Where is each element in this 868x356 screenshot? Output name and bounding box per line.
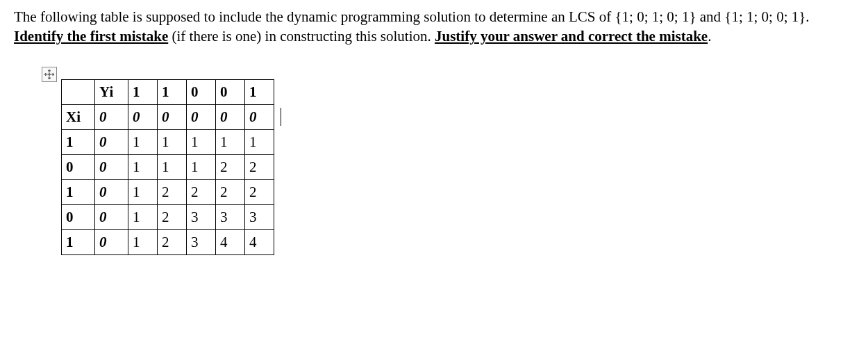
cell-4-1: 1 [128,204,158,229]
cell-2-5: 2 [245,154,274,179]
x-label-2: 1 [62,179,95,204]
cell-2-1: 1 [128,154,158,179]
cell-3-1: 1 [128,179,158,204]
problem-part3: . [708,28,711,44]
problem-part1: The following table is supposed to inclu… [14,8,810,25]
cell-3-2: 2 [158,179,187,204]
cell-1-5: 1 [245,129,274,154]
cell-3-5: 2 [245,179,274,204]
y-header-row: Yi 1 1 0 0 1 [62,79,274,104]
cell-2-3: 1 [187,154,216,179]
cell-1-2: 1 [158,129,187,154]
cell-0-0: 0 [95,104,128,129]
x-label-4: 1 [62,229,95,254]
problem-emph1: Identify the first mistake [14,28,168,44]
cell-3-4: 2 [216,179,245,204]
problem-part2: (if there is one) in constructing this s… [168,28,435,44]
cell-2-0: 0 [95,154,128,179]
cell-3-0: 0 [95,179,128,204]
cell-4-5: 3 [245,204,274,229]
cell-4-2: 2 [158,204,187,229]
x-label-1: 0 [62,154,95,179]
cell-5-5: 4 [245,229,274,254]
xi-label: Xi [62,104,95,129]
cell-4-3: 3 [187,204,216,229]
text-cursor-icon [278,107,281,126]
cell-1-4: 1 [216,129,245,154]
cell-0-2: 0 [158,104,187,129]
lcs-dp-table: Yi 1 1 0 0 1 Xi 0 0 0 0 0 0 1 0 1 1 [61,79,274,255]
y-header-3: 0 [216,79,245,104]
table-row: 1 0 1 2 3 4 4 [62,229,274,254]
cell-1-3: 1 [187,129,216,154]
y-header-1: 1 [158,79,187,104]
cell-5-3: 3 [187,229,216,254]
y-header-2: 0 [187,79,216,104]
cell-3-3: 2 [187,179,216,204]
cell-2-4: 2 [216,154,245,179]
problem-statement: The following table is supposed to inclu… [14,7,854,47]
cell-1-0: 0 [95,129,128,154]
y-header-4: 1 [245,79,274,104]
cell-0-3: 0 [187,104,216,129]
yi-label: Yi [95,79,128,104]
y-header-0: 1 [128,79,158,104]
table-row: 1 0 1 1 1 1 1 [62,129,274,154]
cell-0-1: 0 [128,104,158,129]
cell-4-4: 3 [216,204,245,229]
x-label-0: 1 [62,129,95,154]
table-row: 1 0 1 2 2 2 2 [62,179,274,204]
xi-base-row: Xi 0 0 0 0 0 0 [62,104,274,129]
cell-0-5: 0 [245,104,274,129]
corner-cell [62,79,95,104]
table-row: 0 0 1 1 1 2 2 [62,154,274,179]
cell-1-1: 1 [128,129,158,154]
cell-5-4: 4 [216,229,245,254]
cell-5-1: 1 [128,229,158,254]
cell-2-2: 1 [158,154,187,179]
cell-5-2: 2 [158,229,187,254]
cell-0-4: 0 [216,104,245,129]
table-container: Yi 1 1 0 0 1 Xi 0 0 0 0 0 0 1 0 1 1 [42,71,854,255]
x-label-3: 0 [62,204,95,229]
table-row: 0 0 1 2 3 3 3 [62,204,274,229]
cell-5-0: 0 [95,229,128,254]
problem-emph2: Justify your answer and correct the mist… [435,28,708,44]
cell-4-0: 0 [95,204,128,229]
